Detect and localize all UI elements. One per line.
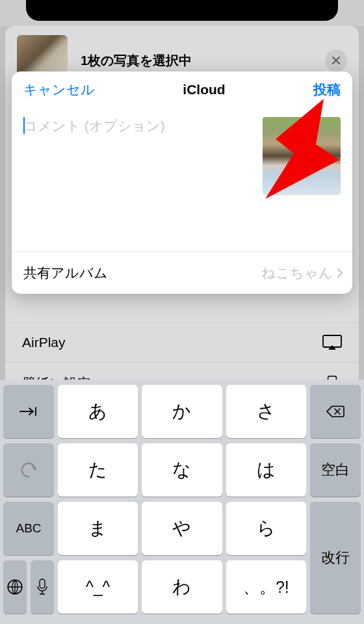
close-button[interactable] xyxy=(325,49,347,72)
device-notch xyxy=(26,0,338,21)
key-space[interactable]: 空白 xyxy=(310,443,361,497)
key-ta[interactable]: た xyxy=(58,443,138,497)
chevron-right-icon xyxy=(337,268,343,278)
key-ra[interactable]: ら xyxy=(226,502,306,555)
airplay-label: AirPlay xyxy=(22,335,66,350)
modal-body xyxy=(12,105,352,252)
airplay-row[interactable]: AirPlay xyxy=(5,322,359,362)
key-globe[interactable] xyxy=(3,560,27,614)
modal-header: キャンセル iCloud 投稿 xyxy=(12,72,352,105)
shared-album-label: 共有アルバム xyxy=(23,264,108,282)
key-wa[interactable]: わ xyxy=(142,560,222,614)
key-mic[interactable] xyxy=(31,560,54,614)
key-enter[interactable]: 改行 xyxy=(310,502,361,614)
mic-icon xyxy=(32,578,52,595)
key-abc[interactable]: ABC xyxy=(3,502,54,555)
shared-album-row[interactable]: 共有アルバム ねこちゃん xyxy=(12,252,352,294)
key-tab[interactable] xyxy=(3,385,54,438)
key-undo[interactable] xyxy=(3,443,54,497)
key-a[interactable]: あ xyxy=(58,385,138,438)
icloud-post-modal: キャンセル iCloud 投稿 共有アルバム ねこちゃん xyxy=(12,72,352,294)
backspace-icon xyxy=(326,403,345,420)
attached-photo-thumb[interactable] xyxy=(263,117,341,195)
cancel-button[interactable]: キャンセル xyxy=(23,81,95,99)
key-ya[interactable]: や xyxy=(142,502,222,555)
undo-icon xyxy=(19,462,38,478)
key-na[interactable]: な xyxy=(142,443,222,497)
globe-icon xyxy=(5,578,25,595)
arrow-right-bar-icon xyxy=(19,403,38,420)
keyboard: あ か さ た な は 空白 ABC ま xyxy=(0,380,364,624)
share-title: 1枚の写真を選択中 xyxy=(81,52,325,70)
shared-album-value: ねこちゃん xyxy=(261,264,343,282)
modal-title: iCloud xyxy=(183,82,225,98)
key-ka[interactable]: か xyxy=(142,385,222,438)
key-face[interactable]: ^_^ xyxy=(58,560,138,614)
post-button[interactable]: 投稿 xyxy=(313,81,341,99)
key-ma[interactable]: ま xyxy=(58,502,138,555)
key-backspace[interactable] xyxy=(310,385,361,438)
airplay-icon xyxy=(322,335,342,350)
album-name: ねこちゃん xyxy=(261,264,333,282)
key-ha[interactable]: は xyxy=(226,443,306,497)
svg-rect-4 xyxy=(40,579,45,588)
text-cursor xyxy=(23,117,25,134)
comment-input[interactable] xyxy=(23,117,256,240)
key-sa[interactable]: さ xyxy=(226,385,306,438)
close-icon xyxy=(331,55,341,66)
key-punct[interactable]: 、。?! xyxy=(226,560,306,614)
